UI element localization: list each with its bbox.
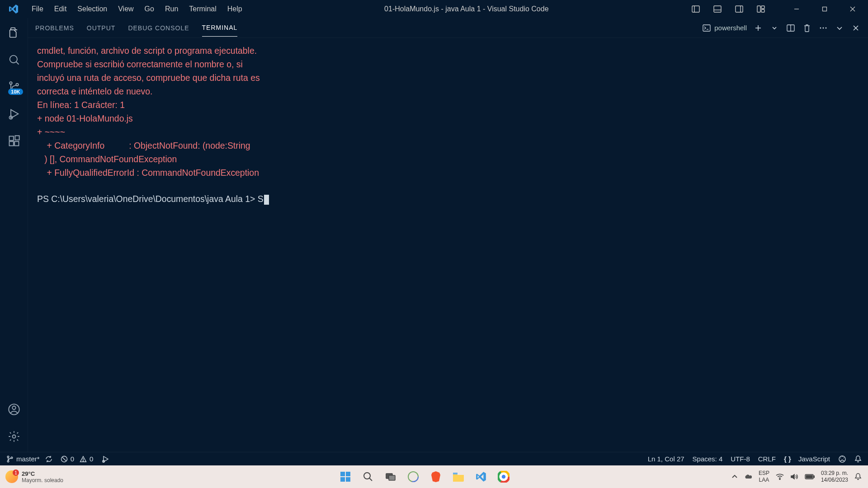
- window-minimize-icon[interactable]: [784, 0, 809, 18]
- status-indentation[interactable]: Spaces: 4: [693, 455, 723, 463]
- svg-point-25: [12, 406, 15, 409]
- vscode-logo-icon: [0, 4, 27, 14]
- tray-wifi-icon[interactable]: [776, 474, 784, 480]
- tray-notifications-icon[interactable]: [854, 473, 862, 481]
- status-cursor-pos[interactable]: Ln 1, Col 27: [648, 455, 684, 463]
- close-panel-icon[interactable]: [851, 23, 861, 33]
- tab-debug-console[interactable]: DEBUG CONSOLE: [128, 19, 189, 37]
- svg-rect-23: [15, 136, 19, 140]
- taskbar-center: [118, 468, 731, 486]
- toggle-primary-sidebar-icon[interactable]: [686, 0, 705, 18]
- copilot-icon[interactable]: [404, 468, 422, 486]
- tab-terminal[interactable]: TERMINAL: [202, 19, 238, 37]
- svg-rect-2: [714, 6, 721, 12]
- status-notifications-icon[interactable]: [854, 455, 862, 463]
- weather-icon: [5, 470, 18, 483]
- taskbar-weather[interactable]: 29°C Mayorm. soleado: [0, 470, 118, 483]
- status-eol[interactable]: CRLF: [758, 455, 776, 463]
- split-terminal-icon[interactable]: [786, 23, 796, 33]
- tray-clock[interactable]: 03:29 p. m. 14/06/2023: [821, 470, 848, 483]
- panel-tab-bar: PROBLEMS OUTPUT DEBUG CONSOLE TERMINAL p…: [28, 18, 868, 38]
- tray-onedrive-icon[interactable]: [744, 474, 752, 480]
- windows-taskbar: 29°C Mayorm. soleado ESP LAA 03:29 p. m.…: [0, 465, 868, 488]
- search-icon[interactable]: [5, 51, 23, 69]
- menu-edit[interactable]: Edit: [50, 2, 71, 16]
- svg-rect-69: [806, 475, 812, 478]
- status-problems[interactable]: 0 0: [61, 455, 94, 463]
- tray-chevron-up-icon[interactable]: [731, 474, 738, 480]
- menu-view[interactable]: View: [113, 2, 138, 16]
- svg-rect-50: [346, 472, 350, 476]
- terminal-cursor: [264, 195, 269, 205]
- tray-battery-icon[interactable]: [805, 474, 815, 479]
- customize-layout-icon[interactable]: [751, 0, 770, 18]
- terminal-error-line: Compruebe si escribió correctamente el n…: [37, 59, 243, 69]
- terminal-shell-selector[interactable]: powershell: [703, 24, 747, 32]
- terminal-more-icon[interactable]: [818, 23, 828, 33]
- menu-file[interactable]: File: [27, 2, 48, 16]
- kill-terminal-icon[interactable]: [802, 23, 812, 33]
- vscode-window: File Edit Selection View Go Run Terminal…: [0, 0, 868, 465]
- title-bar-actions: [686, 0, 868, 18]
- terminal-dropdown-icon[interactable]: [769, 23, 779, 33]
- taskbar-search-icon[interactable]: [359, 468, 377, 486]
- menu-selection[interactable]: Selection: [73, 2, 112, 16]
- terminal-error-line: + FullyQualifiedErrorId : CommandNotFoun…: [37, 168, 259, 178]
- tab-problems[interactable]: PROBLEMS: [35, 19, 74, 37]
- tray-language[interactable]: ESP LAA: [759, 470, 769, 483]
- chrome-icon[interactable]: [495, 468, 513, 486]
- new-terminal-icon[interactable]: [753, 23, 763, 33]
- svg-rect-4: [736, 6, 743, 12]
- chevron-down-icon[interactable]: [835, 23, 844, 33]
- svg-line-54: [369, 478, 372, 481]
- explorer-icon[interactable]: [5, 23, 23, 42]
- svg-point-38: [7, 456, 9, 458]
- toggle-panel-icon[interactable]: [708, 0, 727, 18]
- menu-help[interactable]: Help: [223, 2, 247, 16]
- status-feedback-icon[interactable]: [838, 455, 846, 463]
- svg-point-47: [839, 456, 845, 462]
- svg-rect-49: [340, 472, 345, 476]
- extensions-icon[interactable]: [5, 132, 23, 150]
- terminal-error-line: + CategoryInfo : ObjectNotFound: (node:S…: [37, 141, 250, 150]
- terminal-error-line: ) [], CommandNotFoundException: [37, 154, 177, 164]
- svg-line-42: [62, 457, 66, 461]
- svg-rect-0: [692, 6, 699, 12]
- toggle-secondary-sidebar-icon[interactable]: [730, 0, 749, 18]
- status-encoding[interactable]: UTF-8: [731, 455, 750, 463]
- terminal-error-line: + ~~~~: [37, 127, 65, 137]
- start-icon[interactable]: [336, 468, 354, 486]
- status-bar: master* 0 0 Ln 1, Col 27 Spaces: 4 UTF-8…: [0, 452, 868, 465]
- menu-go[interactable]: Go: [140, 2, 159, 16]
- menu-terminal[interactable]: Terminal: [184, 2, 221, 16]
- task-view-icon[interactable]: [382, 468, 400, 486]
- run-debug-icon[interactable]: [5, 105, 23, 123]
- status-branch[interactable]: master*: [6, 455, 52, 463]
- svg-point-34: [823, 27, 824, 28]
- window-close-icon[interactable]: [840, 0, 865, 18]
- accounts-icon[interactable]: [5, 400, 23, 418]
- svg-rect-27: [703, 25, 710, 31]
- svg-rect-21: [9, 141, 13, 145]
- brave-icon[interactable]: [427, 468, 445, 486]
- file-explorer-icon[interactable]: [449, 468, 467, 486]
- terminal-error-line: cmdlet, función, archivo de script o pro…: [37, 46, 257, 56]
- status-debug-start[interactable]: [101, 455, 109, 463]
- system-tray: ESP LAA 03:29 p. m. 14/06/2023: [731, 470, 868, 483]
- shell-name: powershell: [714, 24, 747, 32]
- status-language[interactable]: { } JavaScript: [784, 455, 830, 463]
- settings-gear-icon[interactable]: [5, 427, 23, 446]
- tray-volume-icon[interactable]: [790, 473, 798, 480]
- source-control-icon[interactable]: 10K: [5, 78, 23, 96]
- vscode-taskbar-icon[interactable]: [472, 468, 490, 486]
- svg-point-53: [364, 473, 370, 479]
- svg-rect-51: [340, 477, 345, 482]
- window-maximize-icon[interactable]: [812, 0, 837, 18]
- svg-rect-52: [346, 477, 350, 482]
- terminal-content[interactable]: cmdlet, función, archivo de script o pro…: [28, 38, 868, 452]
- terminal-prompt: PS C:\Users\valeria\OneDrive\Documentos\…: [37, 194, 264, 204]
- tab-output[interactable]: OUTPUT: [87, 19, 116, 37]
- menu-run[interactable]: Run: [160, 2, 183, 16]
- svg-point-26: [12, 435, 15, 438]
- title-bar: File Edit Selection View Go Run Terminal…: [0, 0, 868, 18]
